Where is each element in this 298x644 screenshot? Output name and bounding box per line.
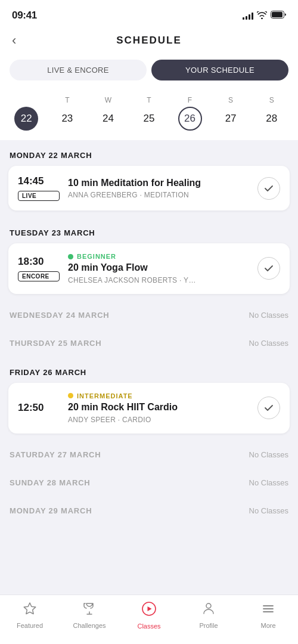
nav-item-profile[interactable]: Profile [191, 602, 226, 629]
day-letter: T [147, 96, 151, 104]
no-class-row-wednesday: WEDNESDAY 24 MARCH No Classes [0, 301, 298, 329]
menu-icon [261, 602, 275, 620]
play-circle-icon [141, 601, 157, 620]
nav-item-featured[interactable]: Featured [12, 602, 48, 629]
section-header-tuesday: TUESDAY 23 MARCH [0, 218, 298, 243]
instructor-name: ANNA GREENBERG [68, 191, 138, 199]
status-bar: 09:41 [0, 0, 298, 29]
battery-icon [271, 11, 286, 20]
tab-live-encore[interactable]: LIVE & ENCORE [10, 60, 147, 80]
bottom-nav: Featured Challenges Classes Profile [0, 595, 298, 644]
difficulty-label: INTERMEDIATE [77, 392, 133, 400]
class-check-button[interactable] [257, 257, 280, 280]
no-class-row-monday-29: MONDAY 29 MARCH No Classes [0, 497, 298, 525]
svg-rect-1 [272, 12, 283, 17]
class-meta: ANDY SPEER · CARDIO [68, 416, 249, 424]
day-item-mon-22[interactable]: M 22 [12, 96, 41, 131]
svg-point-3 [206, 603, 211, 608]
day-item-sun-28[interactable]: S 28 [257, 96, 286, 131]
tab-row: LIVE & ENCORE YOUR SCHEDULE [0, 55, 298, 90]
section-date-thursday: THURSDAY 25 MARCH [10, 339, 101, 348]
no-classes-label: No Classes [249, 450, 288, 459]
class-card-yoga: 18:30 ENCORE BEGINNER 20 min Yoga Flow C… [8, 243, 290, 294]
class-category: Y… [184, 276, 196, 284]
day-number: 26 [178, 107, 202, 131]
no-class-row-sunday: SUNDAY 28 MARCH No Classes [0, 469, 298, 497]
card-left: 14:45 LIVE [18, 175, 60, 201]
day-letter: S [228, 96, 233, 104]
day-item-sat-27[interactable]: S 27 [216, 96, 245, 131]
wifi-icon [257, 11, 267, 21]
day-number: 27 [219, 107, 243, 131]
class-title: 20 min Rock HIIT Cardio [68, 401, 249, 414]
status-icons [243, 11, 286, 21]
page-title: SCHEDULE [116, 35, 182, 47]
nav-label-classes: Classes [137, 623, 160, 630]
no-classes-label: No Classes [249, 311, 288, 320]
nav-label-more: More [260, 622, 275, 629]
class-category: MEDITATION [144, 191, 189, 199]
status-time: 09:41 [12, 10, 37, 21]
nav-item-challenges[interactable]: Challenges [72, 602, 107, 629]
no-class-row-thursday: THURSDAY 25 MARCH No Classes [0, 329, 298, 357]
nav-label-profile: Profile [199, 622, 218, 629]
card-info: BEGINNER 20 min Yoga Flow CHELSEA JACKSO… [68, 253, 249, 284]
class-category: CARDIO [122, 416, 151, 424]
section-header-monday: MONDAY 22 MARCH [0, 140, 298, 166]
section-date-wednesday: WEDNESDAY 24 MARCH [10, 311, 110, 320]
section-date-monday-29: MONDAY 29 MARCH [10, 506, 92, 515]
card-left: 18:30 ENCORE [18, 256, 60, 281]
class-card-hiit: 12:50 INTERMEDIATE 20 min Rock HIIT Card… [8, 383, 290, 434]
class-check-button[interactable] [257, 397, 280, 419]
day-number: 23 [55, 107, 79, 131]
star-icon [23, 602, 37, 620]
class-time: 18:30 [18, 256, 60, 268]
difficulty-dot [68, 254, 73, 259]
class-time: 14:45 [18, 175, 60, 187]
class-title: 20 min Yoga Flow [68, 262, 249, 274]
day-item-thu-25[interactable]: T 25 [135, 96, 163, 131]
no-classes-label: No Classes [249, 339, 288, 348]
day-number: 25 [137, 107, 161, 131]
nav-item-classes[interactable]: Classes [131, 601, 167, 630]
trophy-icon [82, 602, 97, 620]
signal-icon [243, 11, 253, 20]
class-time: 12:50 [18, 402, 60, 414]
live-badge: LIVE [18, 191, 60, 201]
day-number: 22 [14, 107, 38, 131]
difficulty-label: BEGINNER [77, 253, 116, 260]
no-classes-label: No Classes [249, 478, 288, 487]
class-check-button[interactable] [257, 177, 280, 200]
person-icon [201, 602, 216, 620]
card-left: 12:50 [18, 402, 60, 414]
day-letter: T [65, 96, 69, 104]
day-item-fri-26[interactable]: F 26 [176, 96, 204, 131]
no-classes-label: No Classes [249, 506, 288, 515]
day-selector: M 22 T 23 W 24 T 25 F 26 S 27 S 28 [0, 90, 298, 140]
back-button[interactable]: ‹ [12, 33, 16, 48]
section-date-saturday: SATURDAY 27 MARCH [10, 450, 101, 459]
scroll-content: MONDAY 22 MARCH 14:45 LIVE 10 min Medita… [0, 140, 298, 572]
day-letter: S [269, 96, 274, 104]
nav-item-more[interactable]: More [250, 602, 286, 629]
day-item-tue-23[interactable]: T 23 [53, 96, 82, 131]
difficulty-row: INTERMEDIATE [68, 392, 249, 400]
card-info: 10 min Meditation for Healing ANNA GREEN… [68, 177, 249, 200]
class-meta: ANNA GREENBERG · MEDITATION [68, 191, 249, 199]
day-number: 24 [96, 107, 120, 131]
day-letter: W [105, 96, 111, 104]
section-date-sunday: SUNDAY 28 MARCH [10, 478, 91, 487]
section-header-friday: FRIDAY 26 MARCH [0, 357, 298, 383]
difficulty-row: BEGINNER [68, 253, 249, 260]
day-item-wed-24[interactable]: W 24 [94, 96, 122, 131]
tab-your-schedule[interactable]: YOUR SCHEDULE [151, 60, 288, 80]
header: ‹ SCHEDULE [0, 29, 298, 55]
class-title: 10 min Meditation for Healing [68, 177, 249, 190]
card-info: INTERMEDIATE 20 min Rock HIIT Cardio AND… [68, 392, 249, 424]
nav-label-challenges: Challenges [73, 622, 105, 629]
instructor-name: CHELSEA JACKSON ROBERTS [68, 276, 177, 284]
no-class-row-saturday: SATURDAY 27 MARCH No Classes [0, 441, 298, 469]
difficulty-dot [68, 393, 73, 398]
day-letter: M [23, 96, 29, 104]
class-meta: CHELSEA JACKSON ROBERTS · Y… [68, 276, 249, 284]
